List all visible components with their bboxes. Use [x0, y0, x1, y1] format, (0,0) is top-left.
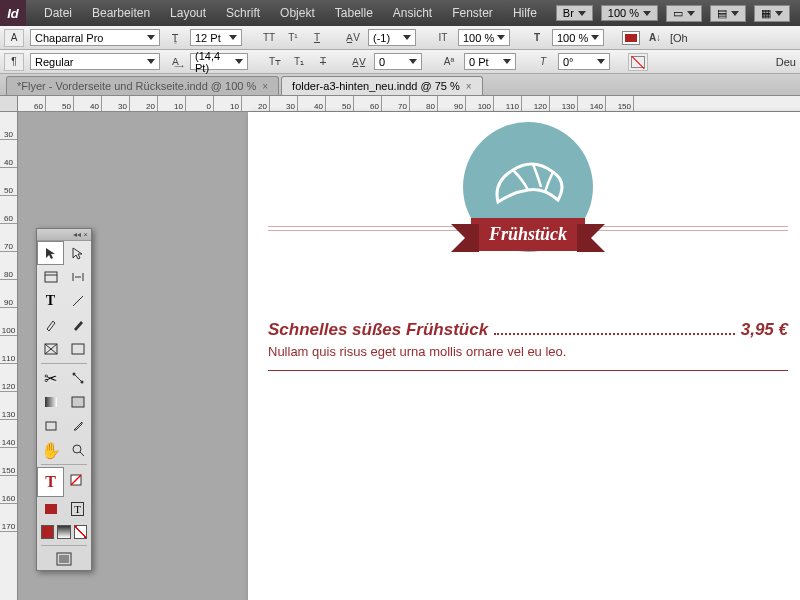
hscale-combo[interactable]: 100 %	[552, 29, 604, 46]
char-style-icon[interactable]: A↓	[646, 29, 664, 47]
menu-ansicht[interactable]: Ansicht	[383, 2, 442, 24]
document-tabs: *Flyer - Vorderseite und Rückseite.indd …	[0, 74, 800, 96]
vertical-ruler[interactable]: 30405060708090100110120130140150160170	[0, 112, 18, 600]
tab-flyer[interactable]: *Flyer - Vorderseite und Rückseite.indd …	[6, 76, 279, 95]
leading-icon: A͢	[166, 53, 184, 71]
char-style-label: [Oh	[670, 32, 688, 44]
badge-ribbon: Frühstück	[471, 218, 585, 251]
close-icon[interactable]: ×	[262, 81, 268, 92]
menu-bearbeiten[interactable]: Bearbeiten	[82, 2, 160, 24]
zoom-combo[interactable]: 100 %	[601, 5, 658, 21]
skew-icon: T	[534, 53, 552, 71]
kerning-icon: A̲V	[344, 29, 362, 47]
bridge-button[interactable]: Br	[556, 5, 593, 21]
pen-tool[interactable]	[37, 313, 64, 337]
menu-objekt[interactable]: Objekt	[270, 2, 325, 24]
note-tool[interactable]	[37, 414, 64, 438]
svg-rect-17	[59, 555, 69, 563]
tracking-combo[interactable]: 0	[374, 53, 422, 70]
formatting-container-icon[interactable]	[37, 497, 64, 521]
main-menu: Datei Bearbeiten Layout Schrift Objekt T…	[34, 2, 547, 24]
horizontal-ruler[interactable]: 6050403020100102030405060708090100110120…	[18, 96, 800, 112]
panel-header[interactable]: ◂◂ ×	[37, 229, 91, 241]
apply-gradient[interactable]	[57, 525, 70, 539]
tools-panel[interactable]: ◂◂ × T ✂ ✋ T T	[36, 228, 92, 571]
kerning-combo[interactable]: (-1)	[368, 29, 416, 46]
workspace-switcher[interactable]: ▦	[754, 5, 790, 22]
para-mode-icon[interactable]: ¶	[4, 53, 24, 71]
svg-rect-8	[45, 397, 57, 407]
indesign-app-icon: Id	[0, 0, 26, 26]
pencil-tool[interactable]	[64, 313, 91, 337]
divider-line	[268, 370, 788, 371]
superscript-icon[interactable]: T¹	[284, 29, 302, 47]
free-transform-tool[interactable]	[64, 366, 91, 390]
baseline-icon: Aª	[440, 53, 458, 71]
menu-fenster[interactable]: Fenster	[442, 2, 503, 24]
font-family-combo[interactable]: Chaparral Pro	[30, 29, 160, 46]
underline-icon[interactable]: T	[308, 29, 326, 47]
menu-datei[interactable]: Datei	[34, 2, 82, 24]
svg-rect-9	[72, 397, 84, 407]
menu-layout[interactable]: Layout	[160, 2, 216, 24]
svg-rect-15	[45, 504, 57, 514]
svg-rect-10	[46, 422, 56, 430]
font-style-combo[interactable]: Regular	[30, 53, 160, 70]
language-label[interactable]: Deu	[776, 56, 796, 68]
tab-folder-a3[interactable]: folder-a3-hinten_neu.indd @ 75 %×	[281, 76, 483, 95]
leader-dots	[494, 333, 735, 335]
apply-color-row	[37, 521, 91, 543]
close-icon[interactable]: ×	[466, 81, 472, 92]
top-right-controls: Br 100 % ▭ ▤ ▦	[556, 5, 800, 22]
fill-swatch-red[interactable]	[622, 31, 640, 45]
rectangle-frame-tool[interactable]	[37, 337, 64, 361]
svg-rect-5	[72, 344, 84, 354]
scissors-tool[interactable]: ✂	[37, 366, 64, 390]
svg-line-1	[73, 296, 83, 306]
menu-tabelle[interactable]: Tabelle	[325, 2, 383, 24]
selection-tool[interactable]	[37, 241, 64, 265]
menu-hilfe[interactable]: Hilfe	[503, 2, 547, 24]
allcaps-icon[interactable]: TT	[260, 29, 278, 47]
badge-logo: Frühstück	[448, 122, 608, 282]
gradient-feather-tool[interactable]	[64, 390, 91, 414]
vscale-combo[interactable]: 100 %	[458, 29, 510, 46]
leading-combo[interactable]: (14,4 Pt)	[190, 53, 248, 70]
menu-item-desc: Nullam quis risus eget urna mollis ornar…	[268, 344, 788, 359]
apply-color[interactable]	[41, 525, 54, 539]
menu-schrift[interactable]: Schrift	[216, 2, 270, 24]
fill-stroke-proxy[interactable]: T	[37, 467, 64, 497]
baseline-combo[interactable]: 0 Pt	[464, 53, 516, 70]
direct-selection-tool[interactable]	[64, 241, 91, 265]
strikethrough-icon[interactable]: T	[314, 53, 332, 71]
page-tool[interactable]	[37, 265, 64, 289]
document-page[interactable]: Frühstück Schnelles süßes Frühstück 3,95…	[248, 112, 800, 600]
view-mode-1[interactable]: ▭	[666, 5, 702, 22]
menu-item-price: 3,95 €	[741, 320, 788, 340]
control-panel-row-2: ¶ Regular A͢ (14,4 Pt) Tᴛ T₁ T A̲V̲ 0 Aª…	[0, 50, 800, 74]
smallcaps-icon[interactable]: Tᴛ	[266, 53, 284, 71]
gradient-swatch-tool[interactable]	[37, 390, 64, 414]
view-mode-2[interactable]: ▤	[710, 5, 746, 22]
rectangle-tool[interactable]	[64, 337, 91, 361]
type-tool[interactable]: T	[37, 289, 64, 313]
apply-none[interactable]	[74, 525, 87, 539]
skew-combo[interactable]: 0°	[558, 53, 610, 70]
app-menu-bar: Id Datei Bearbeiten Layout Schrift Objek…	[0, 0, 800, 26]
formatting-text-icon[interactable]: T	[64, 497, 91, 521]
vscale-icon: IT	[434, 29, 452, 47]
swap-fill-stroke[interactable]	[64, 467, 91, 497]
hscale-icon: T	[528, 29, 546, 47]
menu-item-title: Schnelles süßes Frühstück	[268, 320, 488, 340]
gap-tool[interactable]	[64, 265, 91, 289]
eyedropper-tool[interactable]	[64, 414, 91, 438]
line-tool[interactable]	[64, 289, 91, 313]
char-mode-icon[interactable]: A	[4, 29, 24, 47]
screen-mode-icon[interactable]	[37, 548, 91, 570]
zoom-tool[interactable]	[64, 438, 91, 462]
tracking-icon: A̲V̲	[350, 53, 368, 71]
font-size-combo[interactable]: 12 Pt	[190, 29, 242, 46]
stroke-swatch-none[interactable]	[628, 53, 648, 71]
hand-tool[interactable]: ✋	[37, 438, 64, 462]
subscript-icon[interactable]: T₁	[290, 53, 308, 71]
